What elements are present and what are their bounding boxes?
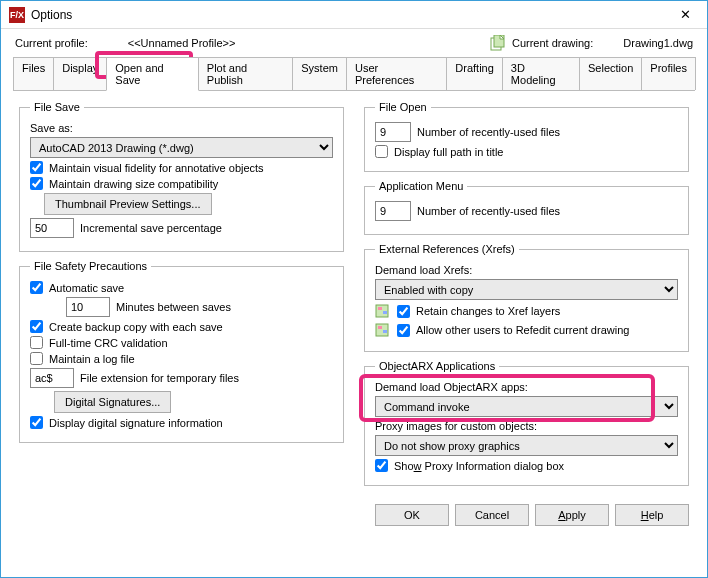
digital-signatures-button[interactable]: Digital Signatures... [54, 391, 171, 413]
tab-system[interactable]: System [292, 57, 347, 90]
allow-refedit-checkbox[interactable] [397, 324, 410, 337]
arx-demand-label: Demand load ObjectARX apps: [375, 381, 528, 393]
file-safety-group: File Safety Precautions Automatic save M… [19, 260, 344, 443]
xrefs-demand-select[interactable]: Enabled with copy [375, 279, 678, 300]
drawing-icon [375, 303, 391, 319]
tab-display[interactable]: Display [53, 57, 107, 90]
backup-copy-checkbox[interactable] [30, 320, 43, 333]
profile-row: Current profile: <<Unnamed Profile>> Cur… [1, 29, 707, 57]
retain-xref-label: Retain changes to Xref layers [416, 305, 560, 317]
objectarx-group: ObjectARX Applications Demand load Objec… [364, 360, 689, 486]
show-proxy-label: Show Proxy Information dialog box [394, 460, 564, 472]
maintain-fidelity-label: Maintain visual fidelity for annotative … [49, 162, 264, 174]
drawing-icon [375, 322, 391, 338]
content: File Save Save as: AutoCAD 2013 Drawing … [1, 91, 707, 496]
crc-label: Full-time CRC validation [49, 337, 168, 349]
backup-copy-label: Create backup copy with each save [49, 321, 223, 333]
tab-plot-and-publish[interactable]: Plot and Publish [198, 57, 293, 90]
tab-selection[interactable]: Selection [579, 57, 642, 90]
auto-save-minutes-label: Minutes between saves [116, 301, 231, 313]
maintain-compat-checkbox[interactable] [30, 177, 43, 190]
auto-save-label: Automatic save [49, 282, 124, 294]
maintain-fidelity-checkbox[interactable] [30, 161, 43, 174]
retain-xref-checkbox[interactable] [397, 305, 410, 318]
close-button[interactable]: ✕ [672, 3, 699, 26]
tab-files[interactable]: Files [13, 57, 54, 90]
display-signature-checkbox[interactable] [30, 416, 43, 429]
button-bar: OK Cancel Apply Help [1, 496, 707, 538]
save-as-label: Save as: [30, 122, 73, 134]
crc-checkbox[interactable] [30, 336, 43, 349]
app-icon: F/X [9, 7, 25, 23]
svg-rect-4 [383, 311, 387, 314]
tab-user-preferences[interactable]: User Preferences [346, 57, 447, 90]
xrefs-group: External References (Xrefs) Demand load … [364, 243, 689, 352]
thumbnail-preview-button[interactable]: Thumbnail Preview Settings... [44, 193, 212, 215]
proxy-images-select[interactable]: Do not show proxy graphics [375, 435, 678, 456]
file-open-group: File Open Number of recently-used files … [364, 101, 689, 172]
file-save-group: File Save Save as: AutoCAD 2013 Drawing … [19, 101, 344, 252]
apply-button[interactable]: Apply [535, 504, 609, 526]
allow-refedit-label: Allow other users to Refedit current dra… [416, 324, 629, 336]
file-safety-legend: File Safety Precautions [30, 260, 151, 272]
temp-ext-input[interactable] [30, 368, 74, 388]
svg-rect-3 [378, 307, 382, 310]
ok-button[interactable]: OK [375, 504, 449, 526]
maintain-compat-label: Maintain drawing size compatibility [49, 178, 218, 190]
current-drawing-name: Drawing1.dwg [623, 37, 693, 49]
tab-drafting[interactable]: Drafting [446, 57, 503, 90]
left-column: File Save Save as: AutoCAD 2013 Drawing … [19, 101, 344, 486]
svg-rect-7 [383, 330, 387, 333]
auto-save-minutes-input[interactable] [66, 297, 110, 317]
help-button[interactable]: Help [615, 504, 689, 526]
tab-open-and-save[interactable]: Open and Save [106, 57, 198, 91]
file-open-recent-label: Number of recently-used files [417, 126, 560, 138]
file-open-recent-input[interactable] [375, 122, 411, 142]
current-profile-name: <<Unnamed Profile>> [128, 37, 236, 49]
cancel-button[interactable]: Cancel [455, 504, 529, 526]
right-column: File Open Number of recently-used files … [364, 101, 689, 486]
svg-rect-6 [378, 326, 382, 329]
app-menu-recent-label: Number of recently-used files [417, 205, 560, 217]
arx-demand-select[interactable]: Command invoke [375, 396, 678, 417]
log-file-label: Maintain a log file [49, 353, 135, 365]
current-drawing-label: Current drawing: [512, 37, 593, 49]
tab-profiles[interactable]: Profiles [641, 57, 696, 90]
save-as-format[interactable]: AutoCAD 2013 Drawing (*.dwg) [30, 137, 333, 158]
app-menu-recent-input[interactable] [375, 201, 411, 221]
incremental-save-pct-label: Incremental save percentage [80, 222, 222, 234]
tabs: Files Display Open and Save Plot and Pub… [13, 57, 695, 91]
show-proxy-checkbox[interactable] [375, 459, 388, 472]
current-profile-label: Current profile: [15, 37, 88, 49]
temp-ext-label: File extension for temporary files [80, 372, 239, 384]
log-file-checkbox[interactable] [30, 352, 43, 365]
file-save-legend: File Save [30, 101, 84, 113]
app-menu-group: Application Menu Number of recently-used… [364, 180, 689, 235]
titlebar: F/X Options ✕ [1, 1, 707, 29]
incremental-save-pct-input[interactable] [30, 218, 74, 238]
xrefs-legend: External References (Xrefs) [375, 243, 519, 255]
window-title: Options [31, 8, 72, 22]
drawing-icon [490, 35, 506, 51]
file-open-legend: File Open [375, 101, 431, 113]
full-path-label: Display full path in title [394, 146, 503, 158]
auto-save-checkbox[interactable] [30, 281, 43, 294]
app-menu-legend: Application Menu [375, 180, 467, 192]
display-signature-label: Display digital signature information [49, 417, 223, 429]
proxy-images-label: Proxy images for custom objects: [375, 420, 537, 432]
full-path-checkbox[interactable] [375, 145, 388, 158]
objectarx-legend: ObjectARX Applications [375, 360, 499, 372]
xrefs-demand-label: Demand load Xrefs: [375, 264, 472, 276]
tab-3d-modeling[interactable]: 3D Modeling [502, 57, 580, 90]
